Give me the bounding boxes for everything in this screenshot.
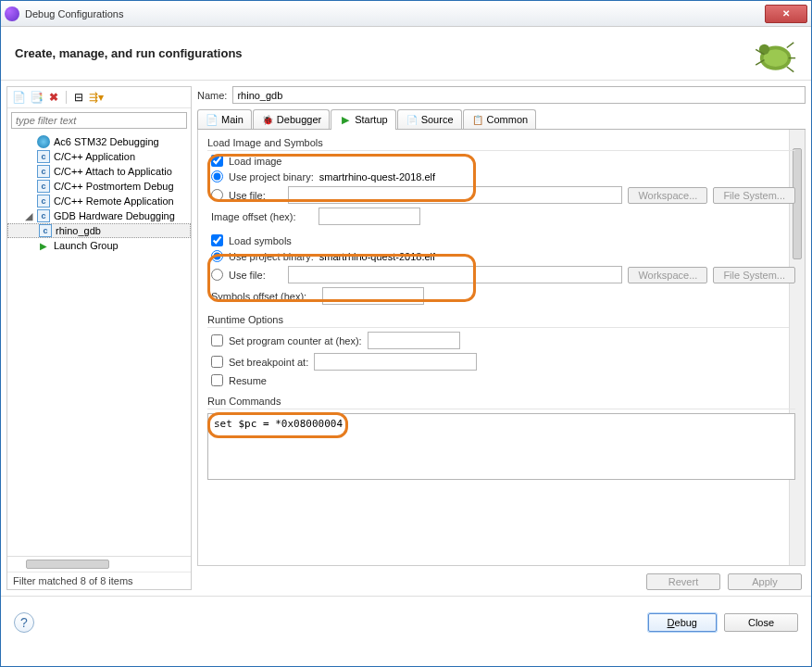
set-bp-label: Set breakpoint at: (229, 357, 308, 368)
tree-label: C/C++ Remote Application (54, 195, 174, 207)
sym-offset-input[interactable] (322, 287, 424, 305)
resume-label: Resume (229, 375, 267, 386)
c-icon: c (37, 209, 50, 222)
dialog-header: Create, manage, and run configurations (1, 27, 811, 81)
tab-label: Source (421, 114, 454, 125)
group-run-commands: Run Commands (207, 396, 795, 482)
load-image-checkbox[interactable] (211, 155, 223, 167)
sym-filesystem-button[interactable]: File System... (713, 267, 795, 283)
image-filesystem-button[interactable]: File System... (713, 187, 795, 204)
collapse-all-icon[interactable]: ⊟ (71, 90, 86, 105)
source-icon (406, 113, 418, 126)
image-file-input (288, 186, 622, 204)
delete-config-icon[interactable]: ✖ (46, 90, 61, 105)
tab-source[interactable]: Source (397, 109, 462, 129)
group-runtime-options: Runtime Options Set program counter at (… (207, 314, 795, 386)
tab-content-startup: Load Image and Symbols Load image Use pr… (197, 130, 806, 566)
tab-debugger[interactable]: Debugger (253, 109, 330, 129)
tab-common[interactable]: Common (463, 109, 537, 129)
config-name-input[interactable] (232, 86, 806, 104)
tab-label: Common (487, 114, 529, 125)
debug-button[interactable]: Debug (648, 613, 717, 632)
group-title: Runtime Options (207, 314, 795, 328)
titlebar: Debug Configurations ✕ (1, 1, 811, 27)
tree-item-c-attach[interactable]: cC/C++ Attach to Applicatio (7, 164, 191, 179)
set-bp-checkbox[interactable] (211, 356, 223, 368)
group-load-image-symbols: Load Image and Symbols Load image Use pr… (207, 137, 795, 305)
duplicate-config-icon[interactable]: 📑 (29, 90, 44, 105)
resume-checkbox[interactable] (211, 374, 223, 386)
run-icon: ▶ (37, 239, 50, 252)
config-tree[interactable]: Ac6 STM32 Debugging cC/C++ Application c… (7, 132, 191, 556)
config-toolbar: 📄 📑 ✖ ⊟ ⇶▾ (7, 87, 191, 108)
tree-item-c-remote[interactable]: cC/C++ Remote Application (7, 194, 191, 208)
tree-label: Launch Group (54, 240, 119, 251)
image-project-binary-label: Use project binary: (229, 171, 314, 182)
c-icon: c (39, 224, 52, 237)
tree-label: C/C++ Attach to Applicatio (54, 166, 172, 177)
sym-workspace-button[interactable]: Workspace... (628, 267, 707, 283)
window-title: Debug Configurations (25, 8, 765, 19)
image-project-binary-radio[interactable] (211, 170, 223, 182)
revert-button[interactable]: Revert (646, 573, 720, 590)
left-pane: 📄 📑 ✖ ⊟ ⇶▾ Ac6 STM32 Debugging cC/C++ Ap… (6, 86, 192, 590)
tree-item-c-app[interactable]: cC/C++ Application (7, 149, 191, 164)
name-label: Name: (197, 90, 227, 101)
sym-file-input (288, 266, 622, 283)
right-pane: Name: Main Debugger ▶Startup Source Comm… (197, 86, 806, 590)
run-commands-textarea[interactable] (207, 413, 795, 480)
tree-item-ac6[interactable]: Ac6 STM32 Debugging (7, 134, 191, 149)
load-symbols-label: Load symbols (229, 235, 292, 246)
set-pc-label: Set program counter at (hex): (229, 335, 362, 346)
window-close-button[interactable]: ✕ (765, 5, 807, 23)
image-use-file-radio[interactable] (211, 189, 223, 201)
load-symbols-checkbox[interactable] (211, 234, 223, 246)
load-image-label: Load image (229, 156, 282, 167)
tab-main[interactable]: Main (197, 109, 252, 129)
tree-item-c-postmortem[interactable]: cC/C++ Postmortem Debug (7, 179, 191, 194)
new-config-icon[interactable]: 📄 (11, 90, 26, 105)
group-title: Run Commands (207, 396, 795, 409)
tree-label: C/C++ Application (54, 151, 135, 162)
tree-item-gdb-hw[interactable]: ◢cGDB Hardware Debugging (7, 208, 191, 223)
tree-item-launch-group[interactable]: ▶Launch Group (7, 238, 191, 253)
image-use-file-label: Use file: (229, 190, 282, 201)
tree-label: GDB Hardware Debugging (54, 210, 175, 221)
tab-label: Startup (355, 114, 387, 125)
set-pc-checkbox[interactable] (211, 334, 223, 346)
group-title: Load Image and Symbols (207, 137, 795, 151)
sym-project-binary-label: Use project binary: (229, 251, 314, 262)
image-offset-input[interactable] (319, 208, 420, 225)
sym-use-file-label: Use file: (229, 270, 282, 281)
tree-label: rhino_gdb (56, 225, 101, 236)
config-footer-buttons: Revert Apply (197, 566, 806, 590)
filter-dropdown-icon[interactable]: ⇶▾ (89, 90, 104, 105)
tree-h-scrollbar[interactable] (7, 556, 191, 572)
c-icon: c (37, 165, 50, 178)
eclipse-icon (5, 6, 19, 21)
tab-label: Debugger (277, 114, 321, 125)
svg-line-7 (787, 67, 793, 72)
help-icon[interactable]: ? (14, 612, 34, 633)
tree-item-rhino-gdb[interactable]: crhino_gdb (7, 223, 191, 238)
sym-offset-label: Symbols offset (hex): (211, 291, 317, 302)
apply-button[interactable]: Apply (728, 573, 802, 590)
tree-label: Ac6 STM32 Debugging (54, 136, 159, 147)
image-workspace-button[interactable]: Workspace... (628, 187, 707, 204)
header-title: Create, manage, and run configurations (15, 46, 243, 60)
set-pc-input (368, 332, 460, 349)
expander-icon[interactable]: ◢ (24, 210, 33, 222)
c-icon: c (37, 180, 50, 193)
tab-startup[interactable]: ▶Startup (331, 109, 395, 129)
tab-label: Main (221, 114, 244, 125)
image-project-binary-value: smartrhino-quest-2018.elf (319, 171, 435, 182)
config-tabs: Main Debugger ▶Startup Source Common (197, 109, 806, 130)
sym-project-binary-value: smartrhino-quest-2018.elf (319, 251, 435, 262)
sym-project-binary-radio[interactable] (211, 250, 223, 262)
filter-input[interactable] (11, 112, 187, 129)
globe-icon (37, 135, 50, 148)
close-button[interactable]: Close (724, 613, 798, 632)
sym-use-file-radio[interactable] (211, 269, 223, 281)
filter-status: Filter matched 8 of 8 items (7, 572, 191, 589)
dialog-bottom-bar: ? Debug Close (1, 596, 811, 648)
